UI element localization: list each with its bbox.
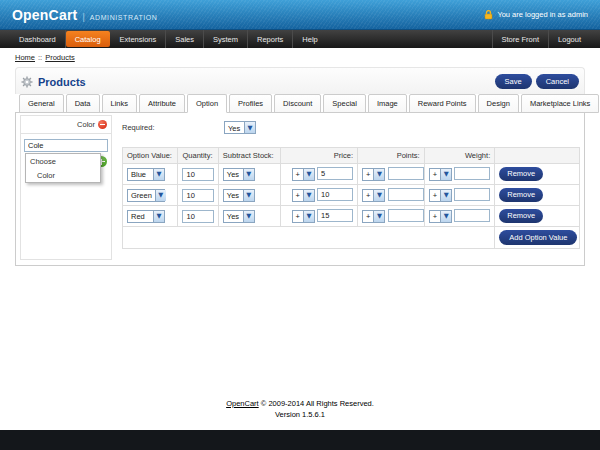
weight-prefix-select[interactable]: + ▼ xyxy=(429,168,452,181)
weight-input[interactable] xyxy=(454,209,490,222)
breadcrumb-home-link[interactable]: Home xyxy=(15,53,35,62)
nav-item-catalog[interactable]: Catalog xyxy=(66,31,110,47)
option-value-select[interactable]: Red ▼ xyxy=(127,210,165,223)
nav-item-reports[interactable]: Reports xyxy=(248,30,293,48)
option-value-select-value: Red xyxy=(128,211,148,222)
nav-item-dashboard[interactable]: Dashboard xyxy=(10,30,66,48)
footer-copyright-text: © 2009-2014 All Rights Reserved. xyxy=(261,399,374,408)
autocomplete-dropdown: Choose Color xyxy=(25,153,101,183)
tab-discount[interactable]: Discount xyxy=(274,94,321,113)
page-footer: OpenCart © 2009-2014 All Rights Reserved… xyxy=(0,398,600,430)
nav-item-extensions[interactable]: Extensions xyxy=(111,30,167,48)
remove-button[interactable]: Remove xyxy=(499,188,543,202)
chevron-down-icon: ▼ xyxy=(153,211,164,222)
option-value-select[interactable]: Green ▼ xyxy=(127,189,165,202)
selected-option-row: Color xyxy=(21,116,111,134)
tab-design[interactable]: Design xyxy=(478,94,519,113)
price-prefix-select[interactable]: + ▼ xyxy=(292,210,315,223)
breadcrumb-products-link[interactable]: Products xyxy=(45,53,75,62)
points-prefix-select[interactable]: + ▼ xyxy=(362,168,385,181)
quantity-input[interactable] xyxy=(182,210,214,223)
footer-opencart-link[interactable]: OpenCart xyxy=(226,399,259,408)
points-input[interactable] xyxy=(388,188,424,201)
cancel-button[interactable]: Cancel xyxy=(536,74,579,89)
heading-buttons: Save Cancel xyxy=(495,74,579,89)
nav-store-front[interactable]: Store Front xyxy=(492,30,550,48)
option-value-select[interactable]: Blue ▼ xyxy=(127,168,165,181)
option-table-header-row: Option Value: Quantity: Subtract Stock: … xyxy=(123,148,580,164)
chevron-down-icon: ▼ xyxy=(243,169,254,180)
points-prefix-value: + xyxy=(363,190,373,201)
subtract-stock-select-value: Yes xyxy=(224,169,242,180)
tab-bar: General Data Links Attribute Option Prof… xyxy=(15,94,585,113)
option-main: Required: Yes ▼ Option Value: Quant xyxy=(122,115,580,249)
nav-logout[interactable]: Logout xyxy=(549,30,590,48)
points-prefix-select[interactable]: + ▼ xyxy=(362,189,385,202)
subtract-stock-select[interactable]: Yes ▼ xyxy=(223,168,255,181)
price-input[interactable] xyxy=(317,188,353,201)
subtract-stock-select-value: Yes xyxy=(224,211,242,222)
price-prefix-select[interactable]: + ▼ xyxy=(292,189,315,202)
option-row-blue: Blue ▼ Yes ▼ xyxy=(123,164,580,185)
weight-input[interactable] xyxy=(454,167,490,180)
chevron-down-icon: ▼ xyxy=(440,190,451,201)
top-header: OpenCart | ADMINISTRATION You are logged… xyxy=(0,0,600,30)
option-value-select-value: Blue xyxy=(128,169,149,180)
weight-prefix-select[interactable]: + ▼ xyxy=(429,210,452,223)
option-value-select-value: Green xyxy=(128,190,155,201)
tab-attribute[interactable]: Attribute xyxy=(139,94,185,113)
chevron-down-icon: ▼ xyxy=(153,169,164,180)
quantity-input[interactable] xyxy=(182,168,214,181)
subtract-stock-select[interactable]: Yes ▼ xyxy=(223,189,255,202)
points-prefix-value: + xyxy=(363,169,373,180)
required-label: Required: xyxy=(122,123,224,132)
quantity-input[interactable] xyxy=(182,189,214,202)
tab-option[interactable]: Option xyxy=(187,94,227,113)
tab-data[interactable]: Data xyxy=(66,94,100,113)
weight-input[interactable] xyxy=(454,188,490,201)
nav-item-system[interactable]: System xyxy=(204,30,248,48)
required-select[interactable]: Yes ▼ xyxy=(224,121,256,134)
price-input[interactable] xyxy=(317,209,353,222)
brand-logo: OpenCart | ADMINISTRATION xyxy=(12,7,158,23)
admin-page: OpenCart | ADMINISTRATION You are logged… xyxy=(0,0,600,430)
nav-item-sales[interactable]: Sales xyxy=(166,30,204,48)
subtract-stock-select[interactable]: Yes ▼ xyxy=(223,210,255,223)
brand-name: OpenCart xyxy=(12,7,77,23)
chevron-down-icon: ▼ xyxy=(303,190,314,201)
weight-prefix-value: + xyxy=(430,190,440,201)
points-input[interactable] xyxy=(388,167,424,180)
footer-version: Version 1.5.6.1 xyxy=(0,409,600,421)
remove-button[interactable]: Remove xyxy=(499,209,543,223)
points-input[interactable] xyxy=(388,209,424,222)
option-autocomplete-input[interactable] xyxy=(24,139,108,152)
products-gear-icon xyxy=(21,76,33,88)
points-prefix-select[interactable]: + ▼ xyxy=(362,210,385,223)
tab-links[interactable]: Links xyxy=(102,94,138,113)
save-button[interactable]: Save xyxy=(495,74,532,89)
col-header-quantity: Quantity: xyxy=(178,148,218,164)
breadcrumb: Home::Products xyxy=(0,48,600,66)
autocomplete-group-choose: Choose xyxy=(26,154,100,168)
tab-image[interactable]: Image xyxy=(368,94,407,113)
price-prefix-value: + xyxy=(293,211,303,222)
add-option-value-button[interactable]: Add Option Value xyxy=(499,230,577,245)
weight-prefix-select[interactable]: + ▼ xyxy=(429,189,452,202)
tab-special[interactable]: Special xyxy=(323,94,366,113)
nav-item-help[interactable]: Help xyxy=(293,30,326,48)
tab-profiles[interactable]: Profiles xyxy=(229,94,272,113)
footer-empty-cell xyxy=(123,227,495,249)
lock-icon xyxy=(484,10,493,20)
tab-marketplace-links[interactable]: Marketplace Links xyxy=(521,94,599,113)
tab-general[interactable]: General xyxy=(19,94,64,113)
price-input[interactable] xyxy=(317,167,353,180)
chevron-down-icon: ▼ xyxy=(303,211,314,222)
remove-option-icon[interactable] xyxy=(98,120,107,129)
chevron-down-icon: ▼ xyxy=(373,190,384,201)
price-prefix-select[interactable]: + ▼ xyxy=(292,168,315,181)
tab-reward-points[interactable]: Reward Points xyxy=(409,94,476,113)
remove-button[interactable]: Remove xyxy=(499,167,543,181)
chevron-down-icon: ▼ xyxy=(244,122,255,133)
subtract-stock-select-value: Yes xyxy=(224,190,242,201)
autocomplete-item-color[interactable]: Color xyxy=(26,168,100,182)
